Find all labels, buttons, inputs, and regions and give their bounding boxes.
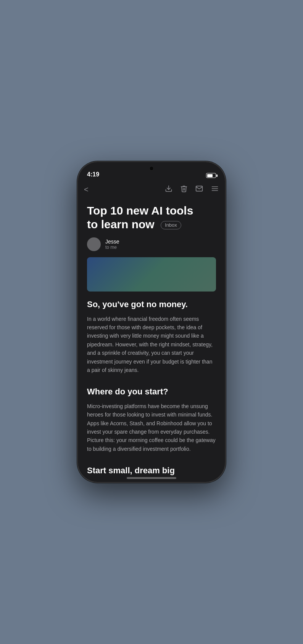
avatar	[87, 237, 101, 251]
notch	[123, 162, 180, 175]
download-icon[interactable]	[165, 185, 172, 194]
email-subject: Top 10 new AI tools to learn now Inbox	[87, 204, 216, 231]
mail-icon[interactable]	[195, 185, 203, 194]
home-indicator[interactable]	[127, 477, 176, 479]
phone-frame: 4:19 <	[77, 161, 226, 483]
battery-fill	[207, 174, 213, 177]
section3-body: While it might seem counterintuitive, st…	[87, 481, 216, 482]
toolbar-left: <	[84, 185, 89, 194]
sender-to: to me	[105, 245, 119, 250]
toolbar: <	[78, 181, 225, 198]
phone-screen: 4:19 <	[78, 162, 225, 482]
sender-row: Jesse to me	[87, 237, 216, 251]
status-icons	[206, 173, 216, 178]
section2-body: Micro-investing platforms have become th…	[87, 402, 216, 453]
hero-image	[87, 257, 216, 292]
battery-icon	[206, 173, 216, 178]
section1-heading: So, you've got no money.	[87, 299, 216, 310]
power-button[interactable]	[225, 246, 226, 276]
back-button[interactable]: <	[84, 185, 89, 194]
status-time: 4:19	[87, 171, 99, 178]
section1-body: In a world where financial freedom often…	[87, 315, 216, 375]
section3-heading: Start small, dream big	[87, 465, 216, 476]
inbox-badge[interactable]: Inbox	[161, 221, 181, 229]
sender-info: Jesse to me	[105, 239, 119, 250]
trash-icon[interactable]	[180, 185, 188, 194]
toolbar-right	[165, 185, 219, 194]
email-content: Top 10 new AI tools to learn now Inbox J…	[78, 198, 225, 482]
menu-icon[interactable]	[211, 185, 219, 194]
section2-heading: Where do you start?	[87, 386, 216, 397]
sender-name: Jesse	[105, 239, 119, 245]
front-camera	[149, 166, 154, 171]
